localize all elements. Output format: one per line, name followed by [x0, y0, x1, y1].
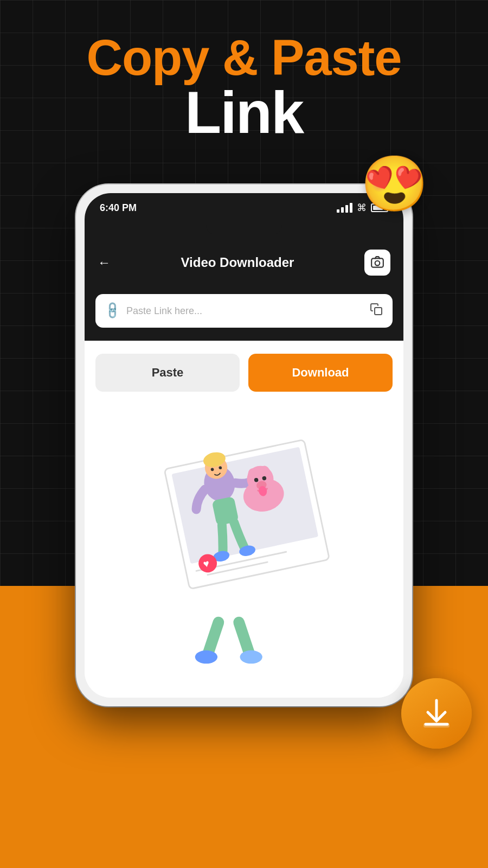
buttons-section: Paste Download: [85, 341, 403, 405]
download-fab[interactable]: [401, 678, 472, 749]
url-input-box[interactable]: 🔗 Paste Link here...: [95, 294, 393, 328]
app-header: ← Video Downloader: [85, 240, 403, 285]
svg-rect-2: [375, 308, 382, 315]
svg-point-1: [375, 261, 380, 266]
status-time: 6:40 PM: [100, 202, 137, 214]
emoji-decoration: 😍: [361, 152, 428, 216]
signal-icon: [337, 203, 352, 213]
title-section: Copy & Paste Link: [0, 33, 488, 142]
svg-rect-27: [423, 723, 450, 727]
url-section: 🔗 Paste Link here...: [85, 285, 403, 341]
phone-outer-frame: 6:40 PM ⌘: [76, 184, 412, 706]
download-button[interactable]: Download: [248, 354, 393, 392]
url-placeholder: Paste Link here...: [126, 305, 363, 317]
app-title: Video Downloader: [181, 255, 294, 270]
svg-point-25: [195, 650, 217, 663]
notch-area: [85, 220, 403, 240]
title-line1: Copy & Paste: [0, 33, 488, 82]
copy-icon[interactable]: [370, 303, 383, 319]
illustration-svg: ♥: [106, 416, 382, 676]
download-fab-icon: [419, 696, 454, 731]
phone-inner-screen: 6:40 PM ⌘: [85, 193, 403, 698]
illustration-area: ♥: [85, 405, 403, 698]
status-bar: 6:40 PM ⌘: [85, 193, 403, 220]
paste-button[interactable]: Paste: [95, 354, 240, 392]
link-icon: 🔗: [102, 301, 123, 321]
phone-mockup: 😍 6:40 PM ⌘: [76, 184, 412, 706]
svg-point-26: [240, 650, 262, 663]
title-line2: Link: [0, 82, 488, 142]
back-button[interactable]: ←: [98, 255, 111, 270]
camera-button[interactable]: [364, 250, 390, 276]
notch: [206, 220, 282, 235]
